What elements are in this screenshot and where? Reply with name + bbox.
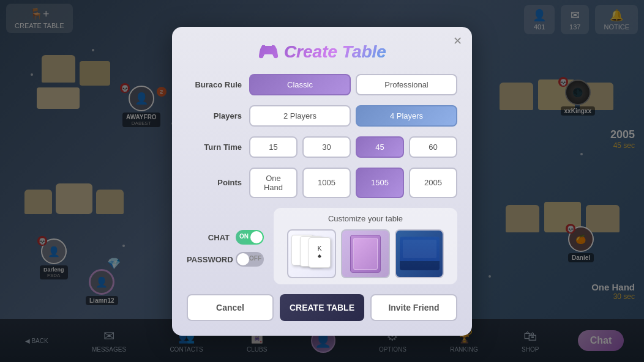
modal-title: 🎮 Create Table xyxy=(187,42,457,62)
password-toggle-row: PASSWORD OFF xyxy=(187,252,264,267)
password-toggle[interactable]: OFF xyxy=(236,252,264,267)
time-60-option[interactable]: 60 xyxy=(409,136,457,158)
customize-title: Customize your table xyxy=(280,214,451,223)
points-2005-option[interactable]: 2005 xyxy=(409,168,457,198)
chat-toggle-row: CHAT ON xyxy=(187,230,264,245)
onehand-option[interactable]: One Hand xyxy=(249,168,298,198)
invite-friend-button[interactable]: Invite Friend xyxy=(370,294,457,321)
table-design-option[interactable] xyxy=(395,229,444,278)
players-label: Players xyxy=(187,111,242,120)
time-45-option[interactable]: 45 xyxy=(356,136,404,158)
time-30-option[interactable]: 30 xyxy=(302,136,351,158)
professional-option[interactable]: Professional xyxy=(356,74,457,95)
buraco-rule-row: Buraco Rule Classic Professional xyxy=(187,74,457,95)
points-1505-option[interactable]: 1505 xyxy=(356,168,404,198)
points-row: Points One Hand 1005 1505 2005 xyxy=(187,168,457,198)
customize-section: Customize your table K♦ K♥ K♠ xyxy=(274,208,457,284)
buraco-rule-label: Buraco Rule xyxy=(187,80,242,89)
players-options: 2 Players 4 Players xyxy=(249,105,457,127)
players-row: Players 2 Players 4 Players xyxy=(187,105,457,127)
2players-option[interactable]: 2 Players xyxy=(249,105,351,127)
points-options: One Hand 1005 1505 2005 xyxy=(249,168,457,198)
buraco-rule-options: Classic Professional xyxy=(249,74,457,95)
customize-cards: K♦ K♥ K♠ xyxy=(280,229,451,278)
points-label: Points xyxy=(187,178,242,187)
password-label: PASSWORD xyxy=(187,255,230,264)
turn-time-row: Turn Time 15 30 45 60 xyxy=(187,136,457,158)
modal-bottom: CHAT ON PASSWORD OFF Customize xyxy=(187,208,457,284)
chat-password-section: CHAT ON PASSWORD OFF xyxy=(187,208,264,284)
close-button[interactable]: ✕ xyxy=(453,34,462,48)
classic-option[interactable]: Classic xyxy=(249,74,351,95)
create-table-button[interactable]: CREATE TABLE xyxy=(280,294,364,321)
modal-actions: Cancel CREATE TABLE Invite Friend xyxy=(187,294,457,321)
cancel-button[interactable]: Cancel xyxy=(187,294,274,321)
modal-overlay: 🎮 Create Table ✕ Buraco Rule Classic Pro… xyxy=(0,0,644,362)
4players-option[interactable]: 4 Players xyxy=(356,105,457,127)
create-table-modal: 🎮 Create Table ✕ Buraco Rule Classic Pro… xyxy=(172,27,472,336)
cards-design-option[interactable]: K♦ K♥ K♠ xyxy=(287,229,336,278)
time-15-option[interactable]: 15 xyxy=(249,136,298,158)
chat-toggle[interactable]: ON xyxy=(236,230,264,245)
points-1005-option[interactable]: 1005 xyxy=(302,168,351,198)
chat-label: CHAT xyxy=(187,233,230,242)
turn-time-label: Turn Time xyxy=(187,142,242,152)
back-design-option[interactable] xyxy=(341,229,390,278)
turn-time-options: 15 30 45 60 xyxy=(249,136,457,158)
